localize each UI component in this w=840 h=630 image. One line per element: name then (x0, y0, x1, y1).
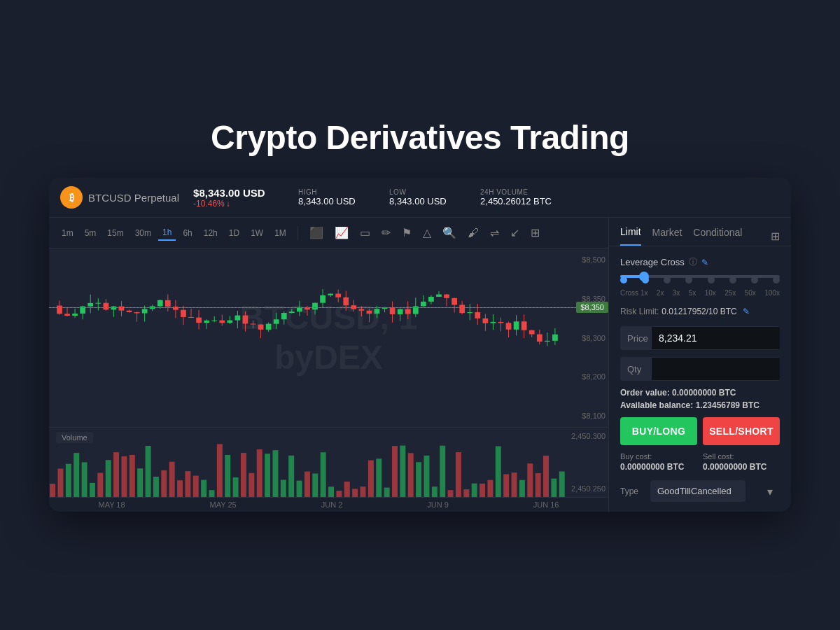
timeframe-6h[interactable]: 6h (178, 226, 196, 240)
leverage-dot-3[interactable] (664, 276, 671, 284)
price-section: $8,343.00 USD -10.46%↓ (193, 187, 284, 209)
volume-value: 2,450.26012 BTC (480, 196, 557, 206)
buy-cost-col: Buy cost: 0.00000000 BTC (620, 452, 697, 472)
cost-section: Buy cost: 0.00000000 BTC Sell cost: 0.00… (620, 452, 780, 472)
price-row: Price USD + − (620, 326, 780, 350)
timeframe-1m[interactable]: 1m (57, 226, 78, 240)
tab-market[interactable]: Market (652, 227, 682, 245)
leverage-dot-10[interactable] (708, 276, 715, 284)
date-may25: MAY 25 (210, 500, 237, 509)
date-jun9: JUN 9 (427, 500, 449, 509)
lev-label-100x: 100x (764, 289, 780, 297)
tool-candle[interactable]: ⬛ (305, 223, 328, 242)
order-value-section: Order value: 0.00000000 BTC Available ba… (620, 388, 780, 410)
risk-limit-edit-icon[interactable]: ✎ (743, 307, 750, 316)
risk-limit-label: Risk Limit: (620, 307, 659, 316)
tool-line-chart[interactable]: 📈 (330, 223, 353, 242)
order-tabs: Limit Market Conditional ⊞ (609, 218, 791, 246)
volume-section: 24H VOLUME 2,450.26012 BTC (480, 188, 557, 206)
leverage-dot-50[interactable] (751, 276, 758, 284)
volume-scale-bottom: 2,450.250 (569, 484, 606, 493)
buy-long-button[interactable]: BUY/LONG (620, 417, 697, 445)
price-label: Price (620, 333, 652, 344)
leverage-dot-100[interactable] (773, 276, 780, 284)
leverage-dot-25[interactable] (729, 276, 736, 284)
volume-section: Volume 2,450.300 2,450.250 (49, 427, 608, 497)
price-input[interactable] (652, 327, 780, 349)
tool-brush[interactable]: 🖌 (463, 224, 483, 242)
date-jun16: JUN 16 (533, 500, 559, 509)
timeframe-1mo[interactable]: 1M (270, 226, 290, 240)
high-value: 8,343.00 USD (298, 196, 375, 206)
symbol-text: BTCUSD Perpetual (88, 192, 179, 204)
available-balance-row: Available balance: 1.23456789 BTC (620, 400, 780, 410)
leverage-edit-icon[interactable]: ✎ (701, 258, 708, 267)
tab-limit[interactable]: Limit (620, 226, 641, 246)
timeframe-1d[interactable]: 1D (225, 226, 244, 240)
candle-canvas (49, 248, 566, 427)
leverage-dot-1[interactable] (620, 276, 627, 284)
order-panel: Limit Market Conditional ⊞ Leverage Cros… (609, 218, 791, 512)
price-scale-item: $8,200 (569, 372, 606, 381)
symbol-suffix: USD Perpetual (109, 192, 179, 204)
low-section: LOW 8,343.00 USD (389, 188, 466, 206)
type-label: Type (620, 486, 645, 496)
timeframe-30m[interactable]: 30m (131, 226, 155, 240)
type-select[interactable]: GoodTillCancelled ImmediateOrCancel Fill… (650, 480, 746, 502)
main-content: 1m 5m 15m 30m 1h 6h 12h 1D 1W 1M ⬛ 📈 ▭ ✏… (49, 218, 791, 512)
symbol-info: ₿ BTCUSD Perpetual (60, 186, 179, 209)
leverage-slider-container[interactable] (620, 275, 780, 284)
qty-label: Qty (620, 364, 652, 374)
buy-cost-value: 0.00000000 BTC (620, 462, 697, 472)
sell-cost-col: Sell cost: 0.00000000 BTC (703, 452, 780, 472)
lev-label-5x: 5x (689, 289, 696, 297)
low-value: 8,343.00 USD (389, 196, 466, 206)
tool-rect[interactable]: ▭ (356, 223, 374, 242)
timeframe-12h[interactable]: 12h (200, 226, 222, 240)
leverage-dot-2[interactable] (642, 276, 649, 284)
volume-label: 24H VOLUME (480, 188, 557, 196)
tool-arrow[interactable]: ↙ (506, 223, 524, 242)
price-line (49, 307, 580, 308)
tab-conditional[interactable]: Conditional (693, 227, 742, 245)
toolbar-divider (298, 226, 298, 240)
tool-flag[interactable]: ⚑ (398, 223, 416, 242)
order-value-row: Order value: 0.00000000 BTC (620, 388, 780, 398)
qty-input[interactable] (652, 358, 780, 380)
leverage-title: Leverage Cross (620, 257, 685, 267)
tool-magnify[interactable]: 🔍 (438, 223, 461, 242)
timeframe-1h[interactable]: 1h (158, 225, 176, 241)
candlestick-chart: BTCUSD, 1 byDEX $8,350 $8,500 $8,350 $8,… (49, 248, 608, 427)
tool-draw[interactable]: ✏ (377, 223, 395, 242)
date-may18: MAY 18 (98, 500, 125, 509)
lev-label-2x: 2x (657, 289, 664, 297)
date-jun2: JUN 2 (321, 500, 343, 509)
lev-label-cross1x: Cross 1x (620, 289, 648, 297)
volume-scale-top: 2,450.300 (569, 432, 606, 440)
sell-cost-value: 0.00000000 BTC (703, 462, 780, 472)
tool-filter[interactable]: ⇌ (486, 223, 503, 242)
leverage-dot-5[interactable] (685, 276, 692, 284)
timeframe-5m[interactable]: 5m (80, 226, 101, 240)
price-scale-item: $8,100 (569, 412, 606, 420)
chart-area: 1m 5m 15m 30m 1h 6h 12h 1D 1W 1M ⬛ 📈 ▭ ✏… (49, 218, 609, 512)
leverage-info-icon[interactable]: ⓘ (689, 256, 697, 268)
qty-row: Qty USD + − (620, 357, 780, 381)
sell-short-button[interactable]: SELL/SHORT (703, 417, 780, 445)
timeframe-1w[interactable]: 1W (246, 226, 267, 240)
leverage-header: Leverage Cross ⓘ ✎ (620, 256, 780, 268)
price-scale-item: $8,300 (569, 334, 606, 342)
low-label: LOW (389, 188, 466, 196)
leverage-labels: Cross 1x 2x 3x 5x 10x 25x 50x 100x (620, 289, 780, 297)
risk-limit: Risk Limit: 0.01217952/10 BTC ✎ (620, 307, 780, 316)
calculator-icon[interactable]: ⊞ (771, 230, 780, 243)
leverage-section: Leverage Cross ⓘ ✎ (620, 256, 780, 297)
tool-triangle[interactable]: △ (419, 223, 435, 242)
tool-settings[interactable]: ⊞ (526, 223, 544, 242)
page-title: Crypto Derivatives Trading (211, 118, 629, 157)
price-scale-item: $8,350 (569, 295, 606, 303)
btc-icon: ₿ (60, 186, 83, 209)
price-input-row: Price USD + − (620, 326, 780, 350)
timeframe-15m[interactable]: 15m (103, 226, 127, 240)
volume-scale: 2,450.300 2,450.250 (566, 428, 608, 497)
